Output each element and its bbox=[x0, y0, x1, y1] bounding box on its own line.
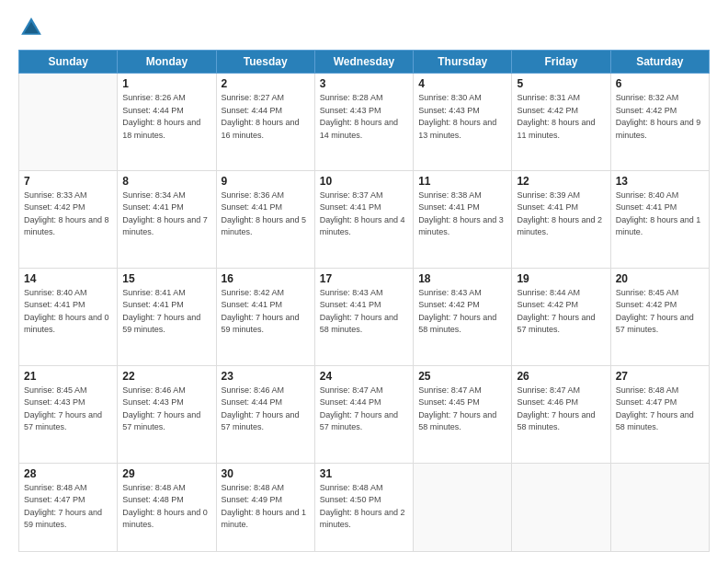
calendar-cell: 9Sunrise: 8:36 AMSunset: 4:41 PMDaylight… bbox=[216, 170, 314, 268]
day-number: 1 bbox=[122, 77, 210, 90]
day-info: Sunrise: 8:48 AMSunset: 4:48 PMDaylight:… bbox=[122, 482, 210, 532]
day-number: 18 bbox=[418, 272, 506, 285]
day-number: 2 bbox=[222, 77, 310, 90]
day-info: Sunrise: 8:26 AMSunset: 4:44 PMDaylight:… bbox=[122, 92, 210, 142]
calendar-cell bbox=[414, 463, 512, 551]
day-info: Sunrise: 8:47 AMSunset: 4:46 PMDaylight:… bbox=[517, 385, 605, 434]
day-info: Sunrise: 8:40 AMSunset: 4:41 PMDaylight:… bbox=[616, 190, 704, 239]
day-number: 21 bbox=[24, 370, 112, 383]
day-number: 31 bbox=[320, 467, 408, 480]
calendar-cell: 11Sunrise: 8:38 AMSunset: 4:41 PMDayligh… bbox=[414, 170, 512, 268]
day-number: 25 bbox=[418, 370, 506, 383]
calendar-cell: 5Sunrise: 8:31 AMSunset: 4:42 PMDaylight… bbox=[512, 74, 610, 171]
day-number: 13 bbox=[616, 175, 704, 188]
day-info: Sunrise: 8:45 AMSunset: 4:43 PMDaylight:… bbox=[24, 385, 112, 434]
day-number: 29 bbox=[122, 467, 210, 480]
day-number: 23 bbox=[222, 370, 310, 383]
day-number: 28 bbox=[24, 467, 112, 480]
day-info: Sunrise: 8:28 AMSunset: 4:43 PMDaylight:… bbox=[320, 92, 408, 142]
day-number: 15 bbox=[122, 272, 210, 285]
calendar-cell: 16Sunrise: 8:42 AMSunset: 4:41 PMDayligh… bbox=[216, 268, 314, 365]
day-info: Sunrise: 8:27 AMSunset: 4:44 PMDaylight:… bbox=[222, 92, 310, 142]
day-number: 7 bbox=[24, 175, 112, 188]
day-number: 22 bbox=[122, 370, 210, 383]
day-number: 10 bbox=[320, 175, 408, 188]
calendar-cell: 1Sunrise: 8:26 AMSunset: 4:44 PMDaylight… bbox=[118, 74, 216, 171]
day-number: 11 bbox=[418, 175, 506, 188]
weekday-header-thursday: Thursday bbox=[414, 51, 512, 74]
logo bbox=[18, 15, 48, 40]
day-number: 9 bbox=[222, 175, 310, 188]
day-number: 19 bbox=[517, 272, 605, 285]
day-number: 17 bbox=[320, 272, 408, 285]
calendar-cell: 2Sunrise: 8:27 AMSunset: 4:44 PMDaylight… bbox=[216, 74, 314, 171]
calendar-cell: 7Sunrise: 8:33 AMSunset: 4:42 PMDaylight… bbox=[19, 170, 118, 268]
calendar-cell: 20Sunrise: 8:45 AMSunset: 4:42 PMDayligh… bbox=[610, 268, 709, 365]
header bbox=[18, 15, 710, 40]
day-info: Sunrise: 8:46 AMSunset: 4:44 PMDaylight:… bbox=[222, 385, 310, 434]
day-number: 24 bbox=[320, 370, 408, 383]
calendar-cell bbox=[19, 74, 118, 171]
weekday-header-wednesday: Wednesday bbox=[314, 51, 413, 74]
logo-icon bbox=[18, 15, 44, 40]
day-info: Sunrise: 8:45 AMSunset: 4:42 PMDaylight:… bbox=[616, 287, 704, 337]
weekday-header-tuesday: Tuesday bbox=[216, 51, 314, 74]
day-info: Sunrise: 8:46 AMSunset: 4:43 PMDaylight:… bbox=[122, 385, 210, 434]
day-info: Sunrise: 8:48 AMSunset: 4:47 PMDaylight:… bbox=[24, 482, 112, 532]
day-info: Sunrise: 8:38 AMSunset: 4:41 PMDaylight:… bbox=[418, 190, 506, 239]
calendar-cell: 27Sunrise: 8:48 AMSunset: 4:47 PMDayligh… bbox=[610, 365, 709, 463]
calendar-cell bbox=[610, 463, 709, 551]
day-info: Sunrise: 8:31 AMSunset: 4:42 PMDaylight:… bbox=[517, 92, 605, 142]
day-info: Sunrise: 8:43 AMSunset: 4:42 PMDaylight:… bbox=[418, 287, 506, 337]
calendar-week-row: 28Sunrise: 8:48 AMSunset: 4:47 PMDayligh… bbox=[19, 463, 710, 551]
calendar-week-row: 1Sunrise: 8:26 AMSunset: 4:44 PMDaylight… bbox=[19, 74, 710, 171]
day-info: Sunrise: 8:47 AMSunset: 4:45 PMDaylight:… bbox=[418, 385, 506, 434]
weekday-header-row: SundayMondayTuesdayWednesdayThursdayFrid… bbox=[19, 51, 710, 74]
day-info: Sunrise: 8:36 AMSunset: 4:41 PMDaylight:… bbox=[222, 190, 310, 239]
calendar-cell: 24Sunrise: 8:47 AMSunset: 4:44 PMDayligh… bbox=[314, 365, 413, 463]
calendar-cell: 22Sunrise: 8:46 AMSunset: 4:43 PMDayligh… bbox=[118, 365, 216, 463]
day-info: Sunrise: 8:42 AMSunset: 4:41 PMDaylight:… bbox=[222, 287, 310, 337]
day-number: 6 bbox=[616, 77, 704, 90]
day-number: 14 bbox=[24, 272, 112, 285]
calendar-cell: 19Sunrise: 8:44 AMSunset: 4:42 PMDayligh… bbox=[512, 268, 610, 365]
calendar-week-row: 14Sunrise: 8:40 AMSunset: 4:41 PMDayligh… bbox=[19, 268, 710, 365]
day-info: Sunrise: 8:47 AMSunset: 4:44 PMDaylight:… bbox=[320, 385, 408, 434]
day-info: Sunrise: 8:41 AMSunset: 4:41 PMDaylight:… bbox=[122, 287, 210, 337]
day-number: 4 bbox=[418, 77, 506, 90]
calendar-cell: 30Sunrise: 8:48 AMSunset: 4:49 PMDayligh… bbox=[216, 463, 314, 551]
calendar-cell: 17Sunrise: 8:43 AMSunset: 4:41 PMDayligh… bbox=[314, 268, 413, 365]
day-number: 3 bbox=[320, 77, 408, 90]
calendar-cell: 28Sunrise: 8:48 AMSunset: 4:47 PMDayligh… bbox=[19, 463, 118, 551]
day-info: Sunrise: 8:32 AMSunset: 4:42 PMDaylight:… bbox=[616, 92, 704, 142]
calendar-cell bbox=[512, 463, 610, 551]
calendar-cell: 12Sunrise: 8:39 AMSunset: 4:41 PMDayligh… bbox=[512, 170, 610, 268]
day-info: Sunrise: 8:39 AMSunset: 4:41 PMDaylight:… bbox=[517, 190, 605, 239]
day-info: Sunrise: 8:43 AMSunset: 4:41 PMDaylight:… bbox=[320, 287, 408, 337]
weekday-header-monday: Monday bbox=[118, 51, 216, 74]
day-info: Sunrise: 8:40 AMSunset: 4:41 PMDaylight:… bbox=[24, 287, 112, 337]
day-number: 20 bbox=[616, 272, 704, 285]
calendar-table: SundayMondayTuesdayWednesdayThursdayFrid… bbox=[18, 50, 710, 552]
day-number: 26 bbox=[517, 370, 605, 383]
calendar-page: SundayMondayTuesdayWednesdayThursdayFrid… bbox=[0, 0, 728, 563]
day-number: 12 bbox=[517, 175, 605, 188]
day-info: Sunrise: 8:34 AMSunset: 4:41 PMDaylight:… bbox=[122, 190, 210, 239]
day-number: 8 bbox=[122, 175, 210, 188]
calendar-cell: 18Sunrise: 8:43 AMSunset: 4:42 PMDayligh… bbox=[414, 268, 512, 365]
calendar-cell: 29Sunrise: 8:48 AMSunset: 4:48 PMDayligh… bbox=[118, 463, 216, 551]
day-info: Sunrise: 8:48 AMSunset: 4:47 PMDaylight:… bbox=[616, 385, 704, 434]
day-info: Sunrise: 8:30 AMSunset: 4:43 PMDaylight:… bbox=[418, 92, 506, 142]
day-info: Sunrise: 8:37 AMSunset: 4:41 PMDaylight:… bbox=[320, 190, 408, 239]
calendar-cell: 23Sunrise: 8:46 AMSunset: 4:44 PMDayligh… bbox=[216, 365, 314, 463]
calendar-cell: 25Sunrise: 8:47 AMSunset: 4:45 PMDayligh… bbox=[414, 365, 512, 463]
calendar-cell: 21Sunrise: 8:45 AMSunset: 4:43 PMDayligh… bbox=[19, 365, 118, 463]
calendar-cell: 8Sunrise: 8:34 AMSunset: 4:41 PMDaylight… bbox=[118, 170, 216, 268]
day-number: 27 bbox=[616, 370, 704, 383]
calendar-cell: 15Sunrise: 8:41 AMSunset: 4:41 PMDayligh… bbox=[118, 268, 216, 365]
calendar-cell: 13Sunrise: 8:40 AMSunset: 4:41 PMDayligh… bbox=[610, 170, 709, 268]
day-info: Sunrise: 8:44 AMSunset: 4:42 PMDaylight:… bbox=[517, 287, 605, 337]
calendar-cell: 3Sunrise: 8:28 AMSunset: 4:43 PMDaylight… bbox=[314, 74, 413, 171]
calendar-cell: 4Sunrise: 8:30 AMSunset: 4:43 PMDaylight… bbox=[414, 74, 512, 171]
calendar-cell: 31Sunrise: 8:48 AMSunset: 4:50 PMDayligh… bbox=[314, 463, 413, 551]
